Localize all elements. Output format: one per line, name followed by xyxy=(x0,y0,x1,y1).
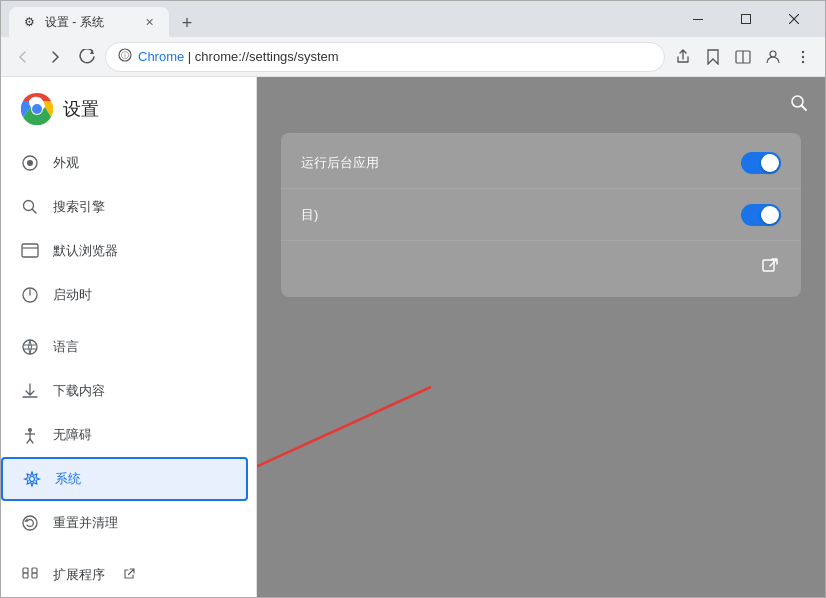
address-url: chrome://settings/system xyxy=(195,49,339,64)
tab-close-button[interactable]: ✕ xyxy=(141,14,157,30)
minimize-button[interactable] xyxy=(675,4,721,34)
startup-icon xyxy=(21,286,39,304)
sidebar: 设置 外观 搜索引擎 默认浏览器 xyxy=(1,77,257,597)
sidebar-item-language[interactable]: 语言 xyxy=(1,325,248,369)
svg-rect-22 xyxy=(22,244,38,257)
svg-point-13 xyxy=(802,60,804,62)
site-name: Chrome xyxy=(138,49,184,64)
appearance-label: 外观 xyxy=(53,154,79,172)
svg-line-35 xyxy=(30,439,33,443)
sidebar-item-system[interactable]: 系统 xyxy=(1,457,248,501)
new-tab-button[interactable]: + xyxy=(173,9,201,37)
settings-content: 运行后台应用 目) xyxy=(257,77,825,597)
svg-line-21 xyxy=(33,210,37,214)
background-apps-toggle[interactable] xyxy=(741,152,781,174)
svg-point-11 xyxy=(802,50,804,52)
svg-point-12 xyxy=(802,55,804,57)
setting-row-proxy xyxy=(281,241,801,293)
maximize-button[interactable] xyxy=(723,4,769,34)
address-bar[interactable]: ⓘ Chrome | chrome://settings/system xyxy=(105,42,665,72)
menu-button[interactable] xyxy=(789,43,817,71)
nav-bar: ⓘ Chrome | chrome://settings/system xyxy=(1,37,825,77)
sidebar-item-appearance[interactable]: 外观 xyxy=(1,141,248,185)
sidebar-item-search[interactable]: 搜索引擎 xyxy=(1,185,248,229)
svg-rect-47 xyxy=(763,260,774,271)
sidebar-item-reset[interactable]: 重置并清理 xyxy=(1,501,248,545)
downloads-label: 下载内容 xyxy=(53,382,105,400)
close-button[interactable] xyxy=(771,4,817,34)
svg-rect-0 xyxy=(693,19,703,20)
sidebar-item-startup[interactable]: 启动时 xyxy=(1,273,248,317)
svg-rect-1 xyxy=(742,15,751,24)
settings-card: 运行后台应用 目) xyxy=(281,133,801,297)
address-separator: | xyxy=(184,49,195,64)
svg-point-26 xyxy=(29,289,31,291)
hardware-accel-toggle[interactable] xyxy=(741,204,781,226)
svg-marker-4 xyxy=(90,50,94,54)
sidebar-item-extensions[interactable]: 扩展程序 xyxy=(1,553,248,597)
accessibility-label: 无障碍 xyxy=(53,426,92,444)
bookmark-button[interactable] xyxy=(699,43,727,71)
browser-window: ⚙ 设置 - 系统 ✕ + xyxy=(0,0,826,598)
svg-point-19 xyxy=(27,160,33,166)
svg-marker-7 xyxy=(708,50,718,64)
active-tab[interactable]: ⚙ 设置 - 系统 ✕ xyxy=(9,7,169,37)
background-apps-text: 运行后台应用 xyxy=(301,154,741,172)
search-icon xyxy=(21,198,39,216)
address-text: Chrome | chrome://settings/system xyxy=(138,49,652,64)
svg-point-36 xyxy=(30,477,35,482)
svg-rect-40 xyxy=(23,568,28,573)
search-label: 搜索引擎 xyxy=(53,198,105,216)
system-label: 系统 xyxy=(55,470,81,488)
proxy-external-link-icon[interactable] xyxy=(761,255,781,280)
svg-point-10 xyxy=(770,51,776,57)
svg-rect-38 xyxy=(23,573,28,578)
hardware-accel-text: 目) xyxy=(301,206,741,224)
browser-label: 默认浏览器 xyxy=(53,242,118,260)
svg-text:ⓘ: ⓘ xyxy=(121,51,129,60)
system-icon xyxy=(23,470,41,488)
sidebar-item-downloads[interactable]: 下载内容 xyxy=(1,369,248,413)
forward-button[interactable] xyxy=(41,43,69,71)
security-icon: ⓘ xyxy=(118,48,132,65)
extensions-external-icon xyxy=(123,568,135,583)
appearance-icon xyxy=(21,154,39,172)
sidebar-header: 设置 xyxy=(1,77,256,141)
startup-label: 启动时 xyxy=(53,286,92,304)
language-label: 语言 xyxy=(53,338,79,356)
setting-row-background-apps: 运行后台应用 xyxy=(281,137,801,189)
browser-icon xyxy=(21,242,39,260)
svg-line-46 xyxy=(802,106,807,111)
svg-line-50 xyxy=(257,387,431,492)
tab-bar: ⚙ 设置 - 系统 ✕ + xyxy=(9,1,671,37)
main-content: 设置 外观 搜索引擎 默认浏览器 xyxy=(1,77,825,597)
sidebar-item-accessibility[interactable]: 无障碍 xyxy=(1,413,248,457)
svg-line-34 xyxy=(27,439,30,443)
nav-right-buttons xyxy=(669,43,817,71)
downloads-icon xyxy=(21,382,39,400)
refresh-button[interactable] xyxy=(73,43,101,71)
reset-icon xyxy=(21,514,39,532)
svg-rect-39 xyxy=(32,573,37,578)
account-button[interactable] xyxy=(759,43,787,71)
svg-point-27 xyxy=(23,340,37,354)
svg-point-37 xyxy=(23,516,37,530)
accessibility-icon xyxy=(21,426,39,444)
svg-rect-41 xyxy=(32,568,37,573)
tab-title: 设置 - 系统 xyxy=(45,14,104,31)
reset-label: 重置并清理 xyxy=(53,514,118,532)
window-controls xyxy=(675,4,817,34)
settings-search-button[interactable] xyxy=(785,89,813,117)
split-view-button[interactable] xyxy=(729,43,757,71)
setting-row-hardware-accel: 目) xyxy=(281,189,801,241)
chrome-logo xyxy=(21,93,53,125)
svg-point-31 xyxy=(28,428,32,432)
back-button[interactable] xyxy=(9,43,37,71)
extensions-label: 扩展程序 xyxy=(53,566,105,584)
extensions-icon xyxy=(21,566,39,584)
tab-favicon: ⚙ xyxy=(21,14,37,30)
share-button[interactable] xyxy=(669,43,697,71)
sidebar-item-browser[interactable]: 默认浏览器 xyxy=(1,229,248,273)
language-icon xyxy=(21,338,39,356)
title-bar: ⚙ 设置 - 系统 ✕ + xyxy=(1,1,825,37)
